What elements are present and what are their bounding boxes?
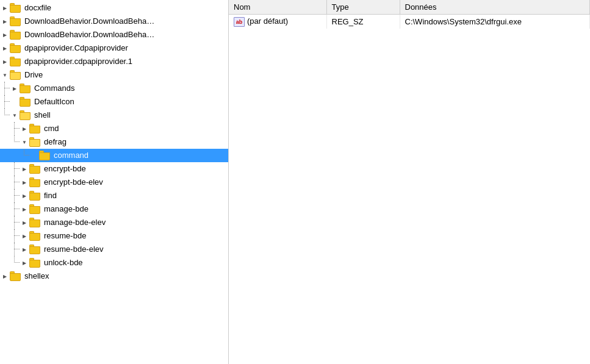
folder-icon: [20, 84, 32, 93]
tree-toggle[interactable]: ▶: [20, 243, 29, 256]
tree-item-label: DownloadBehavior.DownloadBeha…: [24, 28, 154, 41]
tree-item-label: cmd: [44, 122, 59, 135]
tree-toggle[interactable]: ▼: [0, 68, 10, 82]
tree-item-label: dpapiprovider.cdpapiprovider.1: [24, 55, 132, 68]
tree-item[interactable]: ▼shell: [0, 109, 228, 122]
tree-scroll[interactable]: ▶docxfile▶DownloadBehavior.DownloadBeha……: [0, 0, 228, 364]
tree-toggle[interactable]: ▼: [20, 135, 29, 149]
tree-item-label: Commands: [34, 82, 74, 95]
tree-connector: [0, 176, 10, 189]
col-nom: Nom: [229, 0, 326, 15]
tree-item[interactable]: ▶encrypt-bde-elev: [0, 176, 228, 189]
tree-item-label: docxfile: [24, 1, 51, 15]
tree-item[interactable]: ▼Drive: [0, 68, 228, 82]
tree-connector: [0, 202, 10, 216]
tree-item-label: dpapiprovider.Cdpapiprovider: [24, 41, 128, 55]
tree-connector: [0, 135, 10, 149]
table-header: Nom Type Données: [229, 0, 590, 15]
tree-item-label: defrag: [44, 135, 67, 149]
tree-item[interactable]: ▶resume-bde: [0, 229, 228, 243]
tree-connector: [10, 202, 20, 216]
tree-toggle[interactable]: ▶: [20, 202, 29, 216]
cell-nom-text: (par défaut): [247, 16, 288, 26]
tree-connector: [0, 162, 10, 176]
tree-item-label: encrypt-bde-elev: [44, 176, 103, 189]
folder-icon: [29, 177, 41, 187]
tree-item-label: shellex: [24, 269, 49, 283]
tree-item[interactable]: ▶dpapiprovider.Cdpapiprovider: [0, 41, 228, 55]
tree-item[interactable]: DefaultIcon: [0, 95, 228, 109]
tree-item-label: manage-bde-elev: [44, 216, 106, 229]
tree-connector: [0, 189, 10, 202]
cell-donnees: C:\Windows\System32\dfrgui.exe: [400, 15, 590, 29]
col-donnees: Données: [400, 0, 590, 15]
tree-item[interactable]: ▶shellex: [0, 269, 228, 283]
folder-icon: [39, 151, 51, 160]
tree-item-label: unlock-bde: [44, 256, 83, 269]
tree-item[interactable]: ▼defrag: [0, 135, 228, 149]
tree-item[interactable]: command: [0, 149, 228, 162]
tree-toggle[interactable]: ▶: [20, 122, 29, 135]
tree-connector: [0, 256, 10, 269]
tree-item-label: find: [44, 189, 57, 202]
folder-icon: [29, 258, 41, 268]
tree-connector: [0, 243, 10, 256]
folder-icon: [10, 30, 22, 40]
tree-toggle[interactable]: ▶: [0, 55, 10, 68]
registry-table: Nom Type Données ab(par défaut)REG_SZC:\…: [229, 0, 590, 29]
tree-item-label: manage-bde: [44, 202, 88, 216]
folder-icon: [10, 3, 22, 13]
tree-toggle[interactable]: ▶: [0, 15, 10, 28]
tree-connector: [10, 149, 20, 162]
tree-item[interactable]: ▶dpapiprovider.cdpapiprovider.1: [0, 55, 228, 68]
folder-icon: [20, 97, 32, 107]
tree-connector: [0, 216, 10, 229]
tree-connector: [10, 122, 20, 135]
folder-icon: [10, 16, 22, 26]
tree-item[interactable]: ▶docxfile: [0, 1, 228, 15]
tree-connector: [0, 82, 10, 95]
tree-toggle[interactable]: ▶: [0, 1, 10, 15]
tree-toggle[interactable]: ▶: [20, 176, 29, 189]
folder-icon: [29, 191, 41, 201]
tree-item[interactable]: ▶manage-bde: [0, 202, 228, 216]
tree-toggle[interactable]: ▶: [20, 229, 29, 243]
tree-connector: [0, 149, 10, 162]
tree-toggle[interactable]: ▶: [0, 269, 10, 283]
tree-toggle[interactable]: ▶: [20, 216, 29, 229]
folder-icon: [29, 164, 41, 174]
tree-item-label: DownloadBehavior.DownloadBeha…: [24, 15, 154, 28]
tree-item-label: encrypt-bde: [44, 162, 86, 176]
tree-item[interactable]: ▶Commands: [0, 82, 228, 95]
tree-toggle[interactable]: ▶: [20, 256, 29, 269]
folder-icon: [10, 43, 22, 53]
tree-connector: [10, 176, 20, 189]
folder-icon: [10, 57, 22, 66]
tree-connector: [10, 189, 20, 202]
tree-item-label: Drive: [24, 68, 43, 82]
tree-item[interactable]: ▶resume-bde-elev: [0, 243, 228, 256]
tree-item[interactable]: ▶unlock-bde: [0, 256, 228, 269]
tree-toggle[interactable]: ▼: [10, 109, 20, 122]
folder-icon: [20, 110, 32, 120]
tree-toggle[interactable]: ▶: [20, 189, 29, 202]
folder-icon: [29, 244, 41, 254]
tree-connector: [10, 256, 20, 269]
tree-item-label: resume-bde-elev: [44, 243, 104, 256]
tree-toggle[interactable]: ▶: [0, 28, 10, 41]
tree-toggle[interactable]: ▶: [0, 41, 10, 55]
folder-icon: [29, 218, 41, 227]
reg-value-icon: ab: [234, 17, 245, 27]
tree-item[interactable]: ▶DownloadBehavior.DownloadBeha…: [0, 28, 228, 41]
tree-item[interactable]: ▶encrypt-bde: [0, 162, 228, 176]
tree-toggle[interactable]: ▶: [20, 162, 29, 176]
tree-connector: [20, 149, 29, 162]
tree-toggle[interactable]: ▶: [10, 82, 20, 95]
tree-item[interactable]: ▶cmd: [0, 122, 228, 135]
table-row[interactable]: ab(par défaut)REG_SZC:\Windows\System32\…: [229, 15, 590, 29]
tree-item[interactable]: ▶find: [0, 189, 228, 202]
tree-item[interactable]: ▶manage-bde-elev: [0, 216, 228, 229]
cell-nom: ab(par défaut): [229, 15, 326, 29]
folder-icon: [10, 70, 22, 80]
tree-item[interactable]: ▶DownloadBehavior.DownloadBeha…: [0, 15, 228, 28]
